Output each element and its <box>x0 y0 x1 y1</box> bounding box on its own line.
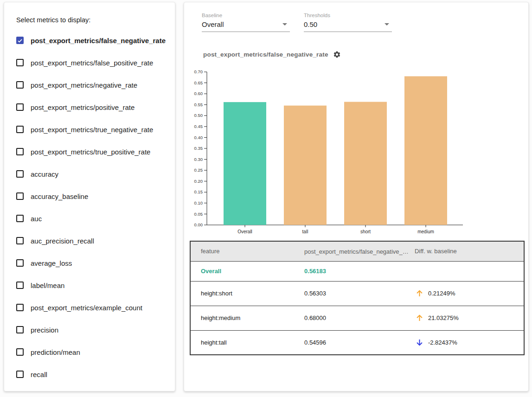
checkbox-unchecked-icon[interactable] <box>16 215 24 222</box>
metric-label[interactable]: accuracy <box>31 170 58 178</box>
svg-text:0.40: 0.40 <box>194 135 203 140</box>
table-header-row: feature post_export_metrics/false_negati… <box>190 241 524 261</box>
metric-item: post_export_metrics/false_negative_rate <box>16 29 167 51</box>
metric-item: auc <box>16 207 167 230</box>
checkbox-unchecked-icon[interactable] <box>16 59 24 66</box>
metric-label[interactable]: post_export_metrics/true_negative_rate <box>31 126 153 134</box>
svg-text:0.20: 0.20 <box>194 179 203 184</box>
checkbox-unchecked-icon[interactable] <box>16 126 24 133</box>
metric-item: prediction/mean <box>16 341 167 363</box>
metric-label[interactable]: post_export_metrics/negative_rate <box>31 81 137 89</box>
svg-text:medium: medium <box>417 229 434 234</box>
svg-text:0.70: 0.70 <box>194 69 203 74</box>
svg-text:0.50: 0.50 <box>194 113 203 118</box>
feature-cell: height:tall <box>190 330 304 355</box>
header-metric: post_export_metrics/false_negative_rate <box>304 241 415 261</box>
table-row[interactable]: Overall0.56183 <box>190 261 524 281</box>
svg-text:0.65: 0.65 <box>194 80 203 85</box>
svg-text:0.45: 0.45 <box>194 124 203 129</box>
diff-value: 21.03275% <box>428 314 459 321</box>
diff-cell <box>415 261 524 281</box>
svg-text:0.05: 0.05 <box>194 211 203 217</box>
checkbox-unchecked-icon[interactable] <box>16 103 24 111</box>
metric-label[interactable]: post_export_metrics/true_positive_rate <box>31 148 150 156</box>
checkbox-unchecked-icon[interactable] <box>16 170 24 178</box>
chevron-down-icon[interactable] <box>282 23 287 26</box>
diff-cell: 0.21249% <box>415 281 524 306</box>
metric-label[interactable]: recall <box>31 371 47 378</box>
metric-select-title: Select metrics to display: <box>16 16 167 24</box>
controls-row: Baseline Overall Thresholds 0.50 <box>202 13 392 32</box>
svg-text:0.10: 0.10 <box>194 200 203 205</box>
table-row[interactable]: height:short0.563030.21249% <box>190 281 524 306</box>
metric-label[interactable]: average_loss <box>31 259 72 267</box>
up-arrow-icon <box>415 313 424 323</box>
checkbox-unchecked-icon[interactable] <box>16 81 24 89</box>
metric-label[interactable]: auc_precision_recall <box>31 237 94 245</box>
checkbox-unchecked-icon[interactable] <box>16 237 24 244</box>
chart-header: post_export_metrics/false_negative_rate <box>203 51 341 58</box>
diff-cell: 21.03275% <box>415 306 524 330</box>
down-arrow-icon <box>415 338 424 347</box>
metric-label[interactable]: auc <box>31 215 42 223</box>
metric-item: post_export_metrics/false_positive_rate <box>16 51 167 74</box>
svg-text:tall: tall <box>302 229 308 234</box>
feature-cell: height:medium <box>190 306 304 330</box>
diff-value: -2.82437% <box>428 339 457 346</box>
metric-value-cell: 0.68000 <box>304 306 415 330</box>
metric-label[interactable]: precision <box>31 326 58 334</box>
thresholds-select-value: 0.50 <box>304 20 317 28</box>
metric-item: accuracy <box>16 163 167 185</box>
metric-item: recall <box>16 363 167 385</box>
chevron-down-icon[interactable] <box>385 23 389 26</box>
svg-text:Overall: Overall <box>237 229 252 234</box>
metric-item: post_export_metrics/true_positive_rate <box>16 141 167 163</box>
checkbox-checked-icon[interactable] <box>16 37 24 44</box>
results-panel: Baseline Overall Thresholds 0.50 post_ex… <box>184 2 529 391</box>
metric-label[interactable]: post_export_metrics/example_count <box>31 304 142 312</box>
metric-label[interactable]: accuracy_baseline <box>31 192 88 200</box>
metric-value-cell: 0.56183 <box>304 261 415 281</box>
table-row[interactable]: height:medium0.6800021.03275% <box>190 306 524 330</box>
diff-value: 0.21249% <box>428 290 455 297</box>
settings-gear-icon[interactable] <box>333 51 341 58</box>
metric-label[interactable]: post_export_metrics/false_negative_rate <box>31 37 166 45</box>
metric-select-panel: Select metrics to display: post_export_m… <box>4 2 175 391</box>
checkbox-unchecked-icon[interactable] <box>16 148 24 155</box>
metric-item: post_export_metrics/negative_rate <box>16 74 167 96</box>
metric-label[interactable]: label/mean <box>31 282 64 289</box>
checkbox-unchecked-icon[interactable] <box>16 371 24 378</box>
metric-item: post_export_metrics/example_count <box>16 296 167 319</box>
feature-cell: Overall <box>190 261 304 281</box>
checkbox-unchecked-icon[interactable] <box>16 348 24 356</box>
header-diff: Diff. w. baseline <box>415 241 524 261</box>
checkbox-unchecked-icon[interactable] <box>16 326 24 333</box>
baseline-select[interactable]: Baseline Overall <box>202 13 290 32</box>
metric-label[interactable]: prediction/mean <box>31 348 80 356</box>
bar-chart: 0.000.050.100.150.200.250.300.350.400.45… <box>186 68 474 241</box>
diff-cell: -2.82437% <box>415 330 524 355</box>
svg-text:0.60: 0.60 <box>194 91 203 96</box>
baseline-select-value: Overall <box>202 20 224 28</box>
svg-text:0.55: 0.55 <box>194 102 203 107</box>
feature-cell: height:short <box>190 281 304 306</box>
metric-item: post_export_metrics/true_negative_rate <box>16 118 167 141</box>
metric-value-cell: 0.54596 <box>304 330 415 355</box>
checkbox-unchecked-icon[interactable] <box>16 192 24 200</box>
checkbox-unchecked-icon[interactable] <box>16 304 24 311</box>
baseline-select-label: Baseline <box>202 13 290 18</box>
metric-item: label/mean <box>16 274 167 296</box>
metric-label[interactable]: post_export_metrics/positive_rate <box>31 103 135 111</box>
checkbox-unchecked-icon[interactable] <box>16 282 24 289</box>
checkbox-unchecked-icon[interactable] <box>16 259 24 267</box>
table-row[interactable]: height:tall0.54596-2.82437% <box>190 330 524 355</box>
metric-item: average_loss <box>16 252 167 274</box>
metric-item: precision <box>16 319 167 341</box>
svg-text:0.35: 0.35 <box>194 146 203 151</box>
up-arrow-icon <box>415 288 424 298</box>
svg-text:0.15: 0.15 <box>194 189 203 194</box>
header-feature: feature <box>190 241 304 261</box>
thresholds-select[interactable]: Thresholds 0.50 <box>304 13 392 32</box>
metrics-table: feature post_export_metrics/false_negati… <box>190 241 525 355</box>
metric-label[interactable]: post_export_metrics/false_positive_rate <box>31 59 153 67</box>
